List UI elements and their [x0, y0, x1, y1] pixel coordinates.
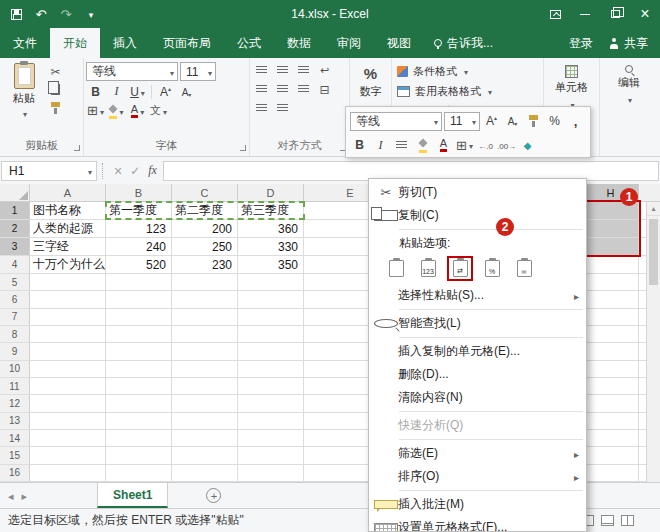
grow-font-button[interactable]: [482, 113, 501, 130]
row-header-1[interactable]: 1: [0, 202, 30, 220]
italic-button[interactable]: [371, 137, 390, 154]
paste-button[interactable]: 粘贴: [2, 61, 46, 120]
cell-A11[interactable]: [30, 378, 106, 395]
format-painter-button[interactable]: [524, 113, 543, 130]
scroll-up-icon[interactable]: [647, 202, 660, 216]
cell-D8[interactable]: [238, 326, 304, 343]
cell-A10[interactable]: [30, 361, 106, 378]
menu-item-copy[interactable]: 复制(C): [369, 204, 586, 227]
cell-B13[interactable]: [106, 413, 172, 430]
cell-A13[interactable]: [30, 413, 106, 430]
row-header-2[interactable]: 2: [0, 220, 30, 238]
cell-B4[interactable]: 520: [106, 256, 172, 274]
cell-C7[interactable]: [172, 309, 238, 326]
row-header-15[interactable]: 15: [0, 447, 30, 464]
bold-button[interactable]: [350, 137, 369, 154]
row-header-16[interactable]: 16: [0, 465, 30, 482]
bold-button[interactable]: [86, 83, 105, 100]
cells-button[interactable]: 单元格: [546, 61, 597, 111]
fill-color-button[interactable]: [107, 102, 126, 119]
cell-D1[interactable]: 第三季度: [238, 202, 304, 220]
menu-item-clear-contents[interactable]: 清除内容(N): [369, 386, 586, 409]
menu-item-format-cells[interactable]: 设置单元格格式(F)...: [369, 516, 586, 532]
cell-D10[interactable]: [238, 361, 304, 378]
cell-B5[interactable]: [106, 274, 172, 291]
cell-A4[interactable]: 十万个为什么: [30, 256, 106, 274]
insert-function-icon[interactable]: [148, 163, 157, 178]
menu-item-delete[interactable]: 删除(D)...: [369, 363, 586, 386]
row-header-8[interactable]: 8: [0, 326, 30, 343]
cell-C8[interactable]: [172, 326, 238, 343]
cell-A14[interactable]: [30, 430, 106, 447]
italic-button[interactable]: [107, 83, 126, 100]
cell-D15[interactable]: [238, 447, 304, 464]
align-right-button[interactable]: [294, 81, 313, 98]
cell-B12[interactable]: [106, 395, 172, 412]
cell-D4[interactable]: 350: [238, 256, 304, 274]
cell-B9[interactable]: [106, 343, 172, 360]
cell-D12[interactable]: [238, 395, 304, 412]
cancel-icon[interactable]: [114, 163, 122, 179]
copy-button[interactable]: [46, 81, 65, 98]
row-header-7[interactable]: 7: [0, 309, 30, 326]
paste-option-link[interactable]: ∞: [511, 256, 537, 281]
center-align-button[interactable]: [392, 137, 411, 154]
cell-D2[interactable]: 360: [238, 220, 304, 238]
menu-item-filter[interactable]: 筛选(E): [369, 442, 586, 465]
quick-style-button[interactable]: [518, 137, 537, 154]
borders-button[interactable]: [455, 137, 474, 154]
cell-C14[interactable]: [172, 430, 238, 447]
cell-C13[interactable]: [172, 413, 238, 430]
select-all-corner[interactable]: [0, 184, 30, 202]
redo-button[interactable]: [59, 4, 73, 24]
maximize-button[interactable]: [600, 0, 630, 28]
cell-H12[interactable]: [583, 395, 639, 412]
cell-H3[interactable]: [583, 238, 639, 256]
row-header-14[interactable]: 14: [0, 430, 30, 447]
next-sheet-icon[interactable]: [22, 489, 28, 503]
cell-B14[interactable]: [106, 430, 172, 447]
row-header-9[interactable]: 9: [0, 343, 30, 360]
menu-item-cut[interactable]: 剪切(T): [369, 181, 586, 204]
merge-center-button[interactable]: [315, 81, 334, 98]
paste-option-transpose[interactable]: ⇄: [447, 256, 473, 281]
column-header-A[interactable]: A: [30, 184, 106, 202]
close-button[interactable]: [630, 0, 660, 28]
save-button[interactable]: [9, 4, 23, 24]
cell-B1[interactable]: 第一季度: [106, 202, 172, 220]
tab-file[interactable]: 文件: [0, 28, 50, 58]
fill-color-button[interactable]: [413, 137, 432, 154]
top-align-button[interactable]: [252, 62, 271, 79]
format-as-table-button[interactable]: 套用表格格式: [394, 81, 541, 101]
cell-B11[interactable]: [106, 378, 172, 395]
cell-H13[interactable]: [583, 413, 639, 430]
paste-option-paste[interactable]: [383, 256, 409, 281]
cell-D9[interactable]: [238, 343, 304, 360]
row-header-12[interactable]: 12: [0, 395, 30, 412]
middle-align-button[interactable]: [273, 62, 292, 79]
shrink-font-button[interactable]: [503, 113, 522, 130]
shrink-font-button[interactable]: [177, 83, 196, 100]
mini-font-size-select[interactable]: 11: [444, 112, 480, 131]
row-header-3[interactable]: 3: [0, 238, 30, 256]
cell-C12[interactable]: [172, 395, 238, 412]
bottom-align-button[interactable]: [294, 62, 313, 79]
cell-C5[interactable]: [172, 274, 238, 291]
enter-icon[interactable]: [130, 164, 140, 178]
column-header-B[interactable]: B: [106, 184, 172, 202]
phonetic-guide-button[interactable]: [149, 102, 168, 119]
sheet-tab-sheet1[interactable]: Sheet1: [97, 483, 168, 508]
menu-item-smart-lookup[interactable]: 智能查找(L): [369, 312, 586, 335]
font-color-button[interactable]: [434, 137, 453, 154]
grow-font-button[interactable]: [156, 83, 175, 100]
conditional-formatting-button[interactable]: 条件格式: [394, 61, 541, 81]
cell-D14[interactable]: [238, 430, 304, 447]
cell-H10[interactable]: [583, 361, 639, 378]
cell-C2[interactable]: 200: [172, 220, 238, 238]
tab-home[interactable]: 开始: [50, 28, 100, 58]
cell-C11[interactable]: [172, 378, 238, 395]
cell-B8[interactable]: [106, 326, 172, 343]
comma-style-button[interactable]: [566, 113, 585, 130]
cell-H8[interactable]: [583, 326, 639, 343]
name-box[interactable]: H1: [1, 161, 97, 181]
